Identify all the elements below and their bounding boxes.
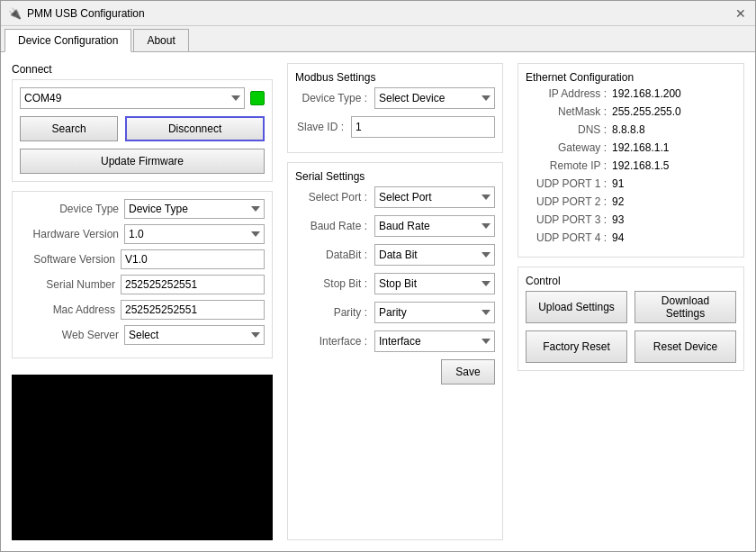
udp1-value: 91 — [612, 177, 624, 190]
serial-section: Serial Settings Select Port : Select Por… — [287, 162, 503, 540]
control-grid: Upload Settings Download Settings Factor… — [526, 291, 736, 363]
serial-port-select[interactable]: Select Port — [374, 186, 495, 208]
disconnect-button[interactable]: Disconnect — [125, 116, 265, 141]
serial-number-label: Serial Number — [20, 278, 115, 291]
modbus-device-type-select[interactable]: Select Device — [374, 87, 495, 109]
tab-device-config[interactable]: Device Configuration — [4, 29, 131, 52]
remote-ip-row: Remote IP : 192.168.1.5 — [526, 159, 736, 172]
udp3-label: UDP PORT 3 : — [526, 213, 607, 226]
mac-address-label: Mac Address — [20, 303, 115, 316]
com-port-select[interactable]: COM49 — [20, 87, 245, 109]
software-version-input[interactable] — [121, 249, 265, 269]
modbus-slave-id-input[interactable] — [351, 116, 495, 138]
serial-number-row: Serial Number — [20, 275, 265, 294]
save-button[interactable]: Save — [441, 359, 495, 385]
interface-row: Interface : Interface — [295, 330, 495, 352]
stopbit-select[interactable]: Stop Bit — [374, 273, 495, 294]
stopbit-label: Stop Bit : — [295, 277, 367, 290]
udp4-value: 94 — [612, 231, 624, 244]
web-server-label: Web Server — [20, 329, 119, 341]
control-label: Control — [526, 275, 736, 287]
udp3-value: 93 — [612, 213, 624, 226]
netmask-value: 255.255.255.0 — [612, 105, 681, 118]
udp1-row: UDP PORT 1 : 91 — [526, 177, 736, 190]
hardware-version-row: Hardware Version 1.0 — [20, 224, 265, 244]
interface-select[interactable]: Interface — [374, 330, 495, 352]
serial-port-label: Select Port : — [295, 191, 367, 204]
ethernet-section: Ethernet Configuration IP Address : 192.… — [518, 63, 744, 258]
update-firmware-button[interactable]: Update Firmware — [20, 149, 265, 174]
device-type-label: Device Type — [20, 203, 119, 215]
download-settings-button[interactable]: Download Settings — [634, 291, 736, 323]
web-server-row: Web Server Select — [20, 325, 265, 345]
device-type-row: Device Type Device Type — [20, 199, 265, 219]
close-button[interactable]: ✕ — [734, 6, 748, 21]
web-server-select[interactable]: Select — [124, 325, 265, 345]
dns-value: 8.8.8.8 — [612, 123, 645, 136]
search-disconnect-row: Search Disconnect — [20, 116, 265, 141]
save-row: Save — [295, 359, 495, 385]
udp1-label: UDP PORT 1 : — [526, 177, 607, 190]
serial-number-input[interactable] — [121, 275, 265, 294]
gateway-label: Gateway : — [526, 141, 607, 154]
parity-row: Parity : Parity — [295, 302, 495, 323]
search-button[interactable]: Search — [20, 116, 118, 141]
mac-address-row: Mac Address — [20, 300, 265, 320]
app-icon: 🔌 — [8, 7, 22, 20]
interface-label: Interface : — [295, 335, 367, 348]
right-column: Ethernet Configuration IP Address : 192.… — [518, 63, 744, 540]
factory-reset-button[interactable]: Factory Reset — [526, 330, 627, 363]
udp2-label: UDP PORT 2 : — [526, 195, 607, 208]
parity-select[interactable]: Parity — [374, 302, 495, 323]
udp2-value: 92 — [612, 195, 624, 208]
middle-column: Modbus Settings Device Type : Select Dev… — [287, 63, 503, 540]
udp4-label: UDP PORT 4 : — [526, 231, 607, 244]
software-version-row: Software Version — [20, 249, 265, 269]
modbus-section: Modbus Settings Device Type : Select Dev… — [287, 63, 503, 153]
hardware-version-select[interactable]: 1.0 — [124, 224, 265, 244]
content-area: Connect COM49 Search Disconnect Upda — [1, 52, 755, 551]
udp2-row: UDP PORT 2 : 92 — [526, 195, 736, 208]
device-info-section: Device Type Device Type Hardware Version… — [12, 191, 273, 358]
connect-section: Connect COM49 Search Disconnect Upda — [12, 63, 273, 182]
gateway-value: 192.168.1.1 — [612, 141, 669, 154]
serial-port-row: Select Port : Select Port — [295, 186, 495, 208]
parity-label: Parity : — [295, 306, 367, 319]
ip-address-row: IP Address : 192.168.1.200 — [526, 87, 736, 100]
modbus-slave-id-label: Slave ID : — [295, 121, 344, 133]
serial-label: Serial Settings — [295, 170, 495, 183]
udp3-row: UDP PORT 3 : 93 — [526, 213, 736, 226]
remote-ip-value: 192.168.1.5 — [612, 159, 669, 172]
title-bar: 🔌 PMM USB Configuration ✕ — [1, 1, 755, 26]
ethernet-label: Ethernet Configuration — [526, 71, 736, 84]
dns-row: DNS : 8.8.8.8 — [526, 123, 736, 136]
gateway-row: Gateway : 192.168.1.1 — [526, 141, 736, 154]
modbus-label: Modbus Settings — [295, 71, 495, 84]
device-type-select[interactable]: Device Type — [124, 199, 265, 219]
mac-address-input[interactable] — [121, 300, 265, 320]
databit-label: DataBit : — [295, 249, 367, 261]
databit-select[interactable]: Data Bit — [374, 244, 495, 266]
stopbit-row: Stop Bit : Stop Bit — [295, 273, 495, 294]
ip-address-value: 192.168.1.200 — [612, 87, 681, 100]
remote-ip-label: Remote IP : — [526, 159, 607, 172]
software-version-label: Software Version — [20, 253, 115, 266]
title-bar-left: 🔌 PMM USB Configuration — [8, 7, 145, 20]
connection-status-led — [250, 91, 265, 105]
main-row: Connect COM49 Search Disconnect Upda — [12, 63, 744, 540]
left-column: Connect COM49 Search Disconnect Upda — [12, 63, 273, 540]
hardware-version-label: Hardware Version — [20, 228, 119, 240]
dns-label: DNS : — [526, 123, 607, 136]
udp4-row: UDP PORT 4 : 94 — [526, 231, 736, 244]
tab-about[interactable]: About — [133, 29, 188, 51]
window-title: PMM USB Configuration — [27, 7, 145, 20]
baud-rate-row: Baud Rate : Baud Rate — [295, 215, 495, 237]
upload-settings-button[interactable]: Upload Settings — [526, 291, 627, 323]
databit-row: DataBit : Data Bit — [295, 244, 495, 266]
modbus-device-type-label: Device Type : — [295, 92, 367, 104]
reset-device-button[interactable]: Reset Device — [634, 330, 736, 363]
connect-label: Connect — [12, 63, 273, 76]
baud-rate-select[interactable]: Baud Rate — [374, 215, 495, 237]
tab-bar: Device Configuration About — [1, 26, 755, 52]
baud-rate-label: Baud Rate : — [295, 220, 367, 232]
